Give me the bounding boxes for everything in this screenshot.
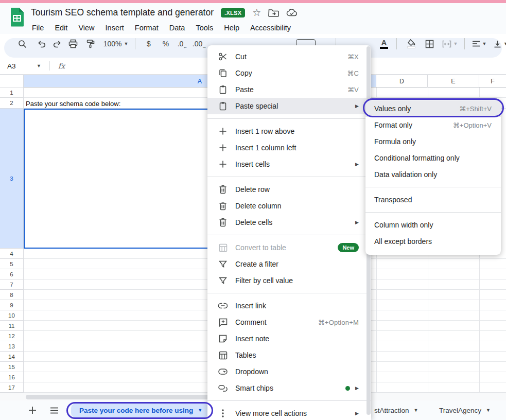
text-color-button[interactable]: A (377, 34, 391, 54)
context-menu: Cut ⌘X Copy ⌘C Paste ⌘V (207, 45, 371, 420)
link-icon (218, 301, 228, 310)
column-header-d[interactable]: D (376, 75, 428, 87)
menu-item-comment[interactable]: Comment ⌘+Option+M (207, 314, 371, 330)
row-header[interactable]: 17 (0, 382, 24, 393)
fx-icon: fx (58, 62, 65, 70)
menu-insert[interactable]: Insert (106, 24, 124, 32)
zoom-select[interactable]: 100%▼ (101, 34, 131, 54)
increase-decimal-button[interactable]: .00→ (191, 34, 208, 54)
submenu-item-conditional-formatting-only[interactable]: Conditional formatting only (365, 150, 501, 166)
menu-item-dropdown[interactable]: Dropdown (207, 363, 371, 380)
menu-item-insert-link[interactable]: Insert link (207, 297, 371, 314)
select-all-corner[interactable] (0, 75, 24, 87)
menu-item-paste[interactable]: Paste ⌘V (207, 81, 371, 98)
submenu-item-transposed[interactable]: Transposed (365, 191, 501, 208)
submenu-item-column-width-only[interactable]: Column width only (365, 217, 501, 233)
menu-item-delete-row[interactable]: Delete row (207, 181, 371, 198)
menu-data[interactable]: Data (169, 24, 185, 32)
cloud-status-icon[interactable] (286, 8, 298, 17)
trash-icon (218, 185, 228, 194)
borders-icon[interactable] (421, 34, 438, 54)
submenu-item-all-except-borders[interactable]: All except borders (365, 233, 501, 250)
print-icon[interactable] (65, 34, 81, 54)
menu-item-insert-column-left[interactable]: Insert 1 column left (207, 139, 371, 156)
row-header[interactable]: 10 (0, 310, 24, 321)
menu-item-delete-cells[interactable]: Delete cells ▶ (207, 214, 371, 231)
row-header[interactable]: 6 (0, 269, 24, 279)
menu-tools[interactable]: Tools (196, 24, 213, 32)
row-header[interactable]: 1 (0, 87, 24, 98)
menu-item-insert-note[interactable]: Insert note (207, 330, 371, 347)
note-icon (218, 334, 228, 343)
sheets-logo-icon[interactable] (10, 7, 24, 27)
menu-item-view-more-cell-actions[interactable]: View more cell actions ▶ (207, 405, 371, 420)
cell-a2[interactable]: Paste your schema code below: (26, 100, 120, 109)
row-header[interactable]: 3 (0, 109, 24, 249)
menu-item-cut[interactable]: Cut ⌘X (207, 48, 371, 65)
add-sheet-icon[interactable] (26, 406, 39, 414)
submenu-item-formula-only[interactable]: Formula only (365, 133, 501, 150)
sheet-tab-travelagency[interactable]: TravelAgency▼ (439, 407, 491, 414)
menu-file[interactable]: File (32, 24, 44, 32)
dropdown-chip-icon (218, 367, 228, 376)
menu-item-delete-column[interactable]: Delete column (207, 198, 371, 214)
sheet-tab-active[interactable]: Paste your code here before using ▼ (71, 403, 208, 418)
menu-item-copy[interactable]: Copy ⌘C (207, 65, 371, 81)
file-type-badge: .XLSX (221, 8, 245, 18)
menu-item-convert-to-table[interactable]: Convert to table New (207, 239, 371, 256)
row-header[interactable]: 16 (0, 372, 24, 382)
row-header[interactable]: 7 (0, 279, 24, 290)
menu-help[interactable]: Help (224, 24, 239, 32)
move-folder-icon[interactable] (268, 8, 279, 18)
comment-icon (218, 318, 228, 327)
row-header[interactable]: 13 (0, 341, 24, 352)
name-box[interactable]: A3 ▼ (0, 62, 45, 70)
search-icon[interactable] (14, 34, 30, 54)
star-icon[interactable]: ☆ (252, 8, 261, 18)
menu-item-paste-special[interactable]: Paste special ▶ (207, 98, 371, 114)
menu-item-tables[interactable]: Tables (207, 347, 371, 363)
menu-item-smart-chips[interactable]: Smart chips ▶ (207, 380, 371, 396)
row-header[interactable]: 9 (0, 300, 24, 310)
menu-edit[interactable]: Edit (55, 24, 67, 32)
row-header[interactable]: 5 (0, 259, 24, 269)
horizontal-align-button[interactable]: ▼ (468, 34, 490, 54)
undo-icon[interactable] (34, 34, 49, 54)
sheet-tab-attraction[interactable]: stAttraction▼ (374, 407, 418, 414)
menu-format[interactable]: Format (135, 24, 159, 32)
menu-separator (365, 187, 501, 187)
format-percent-button[interactable]: % (159, 34, 173, 54)
row-header[interactable]: 8 (0, 290, 24, 300)
menu-item-insert-cells[interactable]: Insert cells ▶ (207, 156, 371, 172)
submenu-item-data-validation-only[interactable]: Data validation only (365, 166, 501, 183)
fill-color-icon[interactable] (404, 34, 419, 54)
row-header[interactable]: 11 (0, 321, 24, 331)
filter-icon (218, 276, 228, 285)
menu-item-filter-by-cell-value[interactable]: Filter by cell value (207, 272, 371, 289)
row-header[interactable]: 12 (0, 331, 24, 341)
submenu-item-values-only[interactable]: Values only ⌘+Shift+V (365, 100, 501, 117)
tab-caret-icon[interactable]: ▼ (198, 408, 202, 413)
row-header[interactable]: 15 (0, 362, 24, 372)
tab-caret-icon[interactable]: ▼ (486, 408, 491, 413)
menu-item-create-filter[interactable]: Create a filter (207, 256, 371, 272)
format-currency-button[interactable]: $ (142, 34, 155, 54)
redo-icon[interactable] (49, 34, 65, 54)
vertical-align-button[interactable]: ▼ (490, 34, 506, 54)
column-header-f[interactable]: F (479, 75, 506, 87)
document-title[interactable]: Tourism SEO schema template and generato… (31, 7, 214, 18)
merge-cells-button[interactable]: ▼ (439, 34, 461, 54)
submenu-item-format-only[interactable]: Format only ⌘+Option+V (365, 117, 501, 133)
filter-icon (218, 259, 228, 269)
tab-caret-icon[interactable]: ▼ (414, 408, 418, 413)
paint-format-icon[interactable] (82, 34, 99, 54)
menu-accessibility[interactable]: Accessibility (250, 24, 291, 32)
decrease-decimal-button[interactable]: .0← (175, 34, 190, 54)
row-header[interactable]: 4 (0, 249, 24, 259)
menu-view[interactable]: View (78, 24, 94, 32)
row-header[interactable]: 14 (0, 352, 24, 362)
menu-item-insert-row-above[interactable]: Insert 1 row above (207, 123, 371, 139)
column-header-e[interactable]: E (428, 75, 479, 87)
row-header[interactable]: 2 (0, 98, 24, 109)
all-sheets-icon[interactable] (47, 407, 61, 414)
